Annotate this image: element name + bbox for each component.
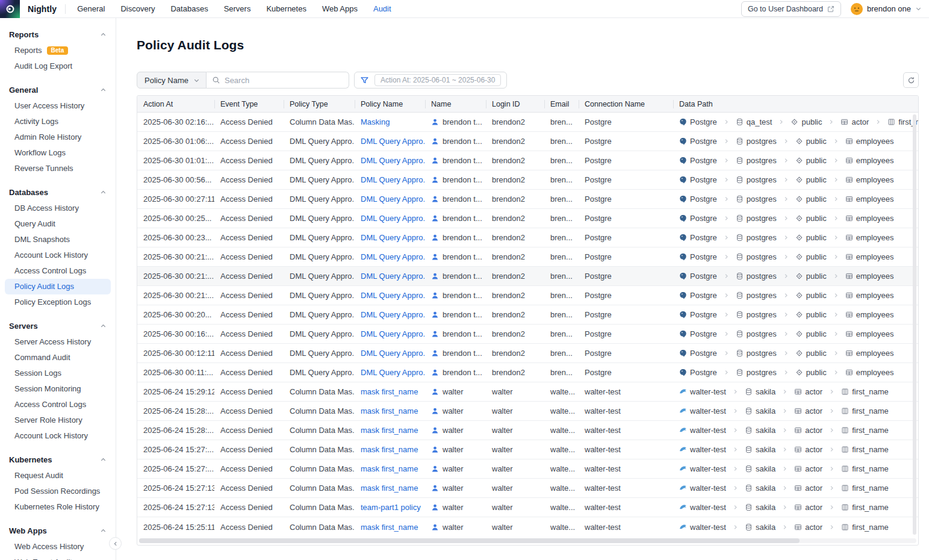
policy-name-link[interactable]: mask first_name <box>361 426 418 435</box>
sidebar-item-reverse-tunnels[interactable]: Reverse Tunnels <box>5 161 111 176</box>
policy-name-link[interactable]: mask first_name <box>361 445 418 454</box>
sidebar-item-audit-log-export[interactable]: Audit Log Export <box>5 58 111 74</box>
policy-name-link[interactable]: DML Query Appro... <box>361 194 425 204</box>
table-row[interactable]: 2025-06-24 15:27:13Access DeniedColumn D… <box>137 498 918 517</box>
sidebar-item-admin-role-history[interactable]: Admin Role History <box>5 129 111 145</box>
nav-item-servers[interactable]: Servers <box>216 0 259 18</box>
table-row[interactable]: 2025-06-30 00:56...Access DeniedDML Quer… <box>137 170 918 190</box>
path-separator <box>782 389 788 394</box>
policy-name-link[interactable]: mask first_name <box>361 523 418 532</box>
sidebar-section-header-reports[interactable]: Reports <box>0 26 116 43</box>
sidebar-item-request-audit[interactable]: Request Audit <box>5 468 111 484</box>
sidebar-item-policy-audit-logs[interactable]: Policy Audit Logs <box>5 279 111 294</box>
sidebar-section-header-servers[interactable]: Servers <box>0 318 116 334</box>
policy-name-link[interactable]: DML Query Appro... <box>361 137 425 146</box>
policy-name-link[interactable]: mask first_name <box>361 406 418 415</box>
policy-name-link[interactable]: Masking <box>361 117 390 126</box>
policy-name-link[interactable]: DML Query Appro... <box>361 310 425 319</box>
date-range-filter-chip[interactable]: Action At: 2025-06-01 ~ 2025-06-30 <box>374 74 501 86</box>
policy-name-link[interactable]: DML Query Appro... <box>361 252 425 261</box>
table-row[interactable]: 2025-06-30 02:16:...Access DeniedColumn … <box>137 113 918 132</box>
nav-item-general[interactable]: General <box>69 0 113 18</box>
policy-name-link[interactable]: DML Query Appro... <box>361 272 425 281</box>
sidebar-item-session-monitoring[interactable]: Session Monitoring <box>5 381 111 397</box>
sidebar-item-dml-snapshots[interactable]: DML Snapshots <box>5 232 111 247</box>
policy-name-link[interactable]: mask first_name <box>361 387 418 396</box>
cell-data-path: Postgrepostgrespublicemployees <box>673 233 918 242</box>
sidebar-item-session-logs[interactable]: Session Logs <box>5 366 111 381</box>
table-row[interactable]: 2025-06-30 00:11:...Access DeniedDML Que… <box>137 363 918 382</box>
funnel-icon[interactable] <box>360 76 369 85</box>
sidebar-section-header-databases[interactable]: Databases <box>0 184 116 201</box>
sidebar-section-header-web-apps[interactable]: Web Apps <box>0 523 116 539</box>
table-row[interactable]: 2025-06-24 15:27:...Access DeniedColumn … <box>137 440 918 459</box>
sidebar-item-pod-session-recordings[interactable]: Pod Session Recordings <box>5 484 111 499</box>
policy-name-link[interactable]: DML Query Appro... <box>361 214 425 223</box>
sidebar-item-web-event-audit[interactable]: Web Event Audit <box>5 555 111 560</box>
nav-item-discovery[interactable]: Discovery <box>113 0 163 18</box>
sidebar-item-access-control-logs[interactable]: Access Control Logs <box>5 263 111 279</box>
table-row[interactable]: 2025-06-30 00:25...Access DeniedDML Quer… <box>137 209 918 228</box>
sidebar-item-query-audit[interactable]: Query Audit <box>5 216 111 232</box>
data-path-label: Postgre <box>690 194 717 204</box>
policy-name-link[interactable]: DML Query Appro... <box>361 291 425 300</box>
data-path-label: postgres <box>747 368 777 377</box>
policy-name-link[interactable]: mask first_name <box>361 484 418 493</box>
policy-name-link[interactable]: DML Query Appro... <box>361 175 425 184</box>
nav-item-audit[interactable]: Audit <box>365 0 399 18</box>
sidebar-item-kubernetes-role-history[interactable]: Kubernetes Role History <box>5 499 111 515</box>
nav-item-databases[interactable]: Databases <box>163 0 216 18</box>
policy-name-link[interactable]: DML Query Appro... <box>361 233 425 242</box>
policy-name-link[interactable]: DML Query Appro... <box>361 156 425 165</box>
table-row[interactable]: 2025-06-30 00:12:11Access DeniedDML Quer… <box>137 344 918 363</box>
table-row[interactable]: 2025-06-30 01:06:...Access DeniedDML Que… <box>137 132 918 151</box>
sidebar-item-activity-logs[interactable]: Activity Logs <box>5 114 111 129</box>
policy-name-link[interactable]: DML Query Appro... <box>361 368 425 377</box>
table-row[interactable]: 2025-06-24 15:29:12Access DeniedColumn D… <box>137 382 918 402</box>
table-row[interactable]: 2025-06-30 00:23...Access DeniedDML Quer… <box>137 228 918 247</box>
nav-item-web-apps[interactable]: Web Apps <box>314 0 365 18</box>
table-row[interactable]: 2025-06-30 01:01:...Access DeniedDML Que… <box>137 151 918 170</box>
refresh-button[interactable] <box>903 72 919 88</box>
table-row[interactable]: 2025-06-24 15:28:...Access DeniedColumn … <box>137 421 918 440</box>
sidebar-item-access-control-logs[interactable]: Access Control Logs <box>5 397 111 412</box>
sidebar-section-header-kubernetes[interactable]: Kubernetes <box>0 452 116 468</box>
search-input[interactable] <box>225 76 343 85</box>
cell-login-id: brendon2 <box>486 349 544 358</box>
table-row[interactable]: 2025-06-30 00:27:11Access DeniedDML Quer… <box>137 190 918 209</box>
table-row[interactable]: 2025-06-30 00:21:...Access DeniedDML Que… <box>137 267 918 286</box>
policy-name-link[interactable]: DML Query Appro... <box>361 349 425 358</box>
table-row[interactable]: 2025-06-30 00:16:...Access DeniedDML Que… <box>137 325 918 344</box>
sidebar-item-web-access-history[interactable]: Web Access History <box>5 539 111 555</box>
sidebar-item-db-access-history[interactable]: DB Access History <box>5 201 111 216</box>
table-row[interactable]: 2025-06-24 15:27:13Access DeniedColumn D… <box>137 479 918 498</box>
horizontal-scrollbar-thumb[interactable] <box>139 538 800 543</box>
sidebar-item-user-access-history[interactable]: User Access History <box>5 98 111 114</box>
table-row[interactable]: 2025-06-24 15:25:11Access DeniedColumn D… <box>137 517 918 537</box>
sidebar-section-header-general[interactable]: General <box>0 82 116 98</box>
sidebar-item-workflow-logs[interactable]: Workflow Logs <box>5 145 111 161</box>
table-row[interactable]: 2025-06-24 15:27:...Access DeniedColumn … <box>137 459 918 479</box>
sidebar-item-account-lock-history[interactable]: Account Lock History <box>5 428 111 444</box>
app-logo[interactable] <box>0 0 20 18</box>
table-row[interactable]: 2025-06-30 00:21:...Access DeniedDML Que… <box>137 286 918 305</box>
sidebar-item-server-access-history[interactable]: Server Access History <box>5 334 111 350</box>
sidebar-item-account-lock-history[interactable]: Account Lock History <box>5 247 111 263</box>
table-row[interactable]: 2025-06-30 00:21:...Access DeniedDML Que… <box>137 247 918 267</box>
table-row[interactable]: 2025-06-24 15:28:...Access DeniedColumn … <box>137 402 918 421</box>
sidebar-collapse-button[interactable] <box>109 537 122 550</box>
go-to-user-dashboard-button[interactable]: Go to User Dashboard <box>741 1 841 17</box>
policy-name-link[interactable]: team-part1 policy <box>361 503 421 512</box>
policy-name-link[interactable]: DML Query Appro... <box>361 329 425 338</box>
cell-data-path: Postgrepostgrespublicemployees <box>673 291 918 300</box>
sidebar-item-command-audit[interactable]: Command Audit <box>5 350 111 366</box>
sidebar-item-policy-exception-logs[interactable]: Policy Exception Logs <box>5 294 111 310</box>
search-field-selector[interactable]: Policy Name <box>137 72 207 89</box>
nav-item-kubernetes[interactable]: Kubernetes <box>258 0 314 18</box>
user-menu[interactable]: brendon one <box>851 3 922 15</box>
sidebar-item-reports[interactable]: ReportsBeta <box>5 43 111 58</box>
table-row[interactable]: 2025-06-30 00:20...Access DeniedDML Quer… <box>137 305 918 325</box>
policy-name-link[interactable]: mask first_name <box>361 464 418 473</box>
sidebar-item-server-role-history[interactable]: Server Role History <box>5 412 111 428</box>
vertical-scrollbar-thumb[interactable] <box>913 114 916 535</box>
